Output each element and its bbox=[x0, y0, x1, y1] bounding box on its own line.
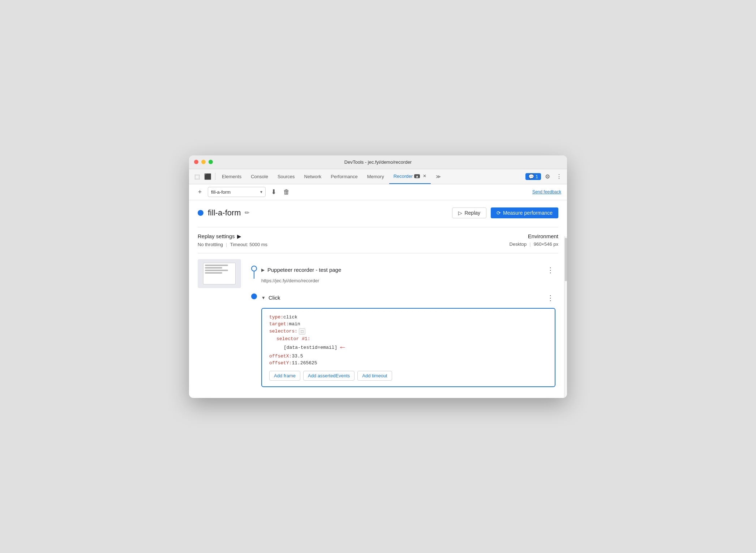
settings-sub: No throttling | Timeout: 5000 ms bbox=[198, 242, 510, 247]
close-button[interactable] bbox=[194, 160, 198, 164]
code-selector1-line: selector #1: bbox=[276, 336, 547, 342]
recorder-toolbar: + fill-a-form ▾ ⬇ 🗑 Send feedback bbox=[189, 184, 567, 200]
tab-elements[interactable]: Elements bbox=[218, 169, 246, 184]
thumb-line-1 bbox=[205, 265, 228, 266]
step-navigate-expand-icon: ▶ bbox=[261, 267, 265, 273]
environment-title: Environment bbox=[510, 233, 558, 239]
add-asserted-events-button[interactable]: Add assertedEvents bbox=[303, 371, 355, 381]
recording-title: fill-a-form bbox=[208, 208, 241, 218]
thumbnail-inner bbox=[203, 263, 236, 284]
settings-separator: | bbox=[226, 242, 227, 247]
devtools-tabbar: ⬚ ⬛ Elements Console Sources Network Per… bbox=[189, 169, 567, 184]
console-notification[interactable]: 💬 1 bbox=[525, 173, 541, 180]
env-separator: | bbox=[529, 241, 531, 247]
steps-area: ▶ Puppeteer recorder - test page ⋮ https… bbox=[198, 259, 558, 391]
environment-sub: Desktop | 960×546 px bbox=[510, 241, 558, 247]
replay-button[interactable]: ▷ Replay bbox=[452, 207, 486, 218]
console-icon: 💬 bbox=[528, 174, 534, 179]
step-navigate-menu[interactable]: ⋮ bbox=[547, 266, 554, 274]
tab-more[interactable]: ≫ bbox=[431, 169, 445, 184]
traffic-lights bbox=[194, 160, 213, 164]
environment-size: 960×546 px bbox=[534, 241, 558, 247]
page-thumbnail bbox=[198, 259, 241, 288]
close-tab-icon[interactable]: ✕ bbox=[423, 173, 426, 179]
step-click-expand-icon: ▼ bbox=[261, 295, 266, 300]
tab-recorder[interactable]: Recorder ▲ ✕ bbox=[389, 169, 431, 184]
titlebar: DevTools - jec.fyi/demo/recorder bbox=[189, 155, 567, 169]
measure-performance-button[interactable]: ⟳ Measure performance bbox=[491, 207, 558, 218]
step-click-title-row: ▼ Click bbox=[261, 295, 280, 301]
step-click: ▼ Click ⋮ type: click bbox=[247, 287, 558, 391]
settings-right: Environment Desktop | 960×546 px bbox=[510, 233, 558, 247]
code-offsetx-key: offsetX: bbox=[269, 353, 292, 359]
settings-icon[interactable]: ⚙ bbox=[542, 171, 553, 181]
thumb-line-2 bbox=[205, 267, 222, 269]
step-click-menu[interactable]: ⋮ bbox=[547, 293, 554, 302]
tab-memory[interactable]: Memory bbox=[363, 169, 388, 184]
tabbar-actions: 💬 1 ⚙ ⋮ bbox=[525, 171, 564, 181]
thumb-line-4 bbox=[205, 272, 222, 274]
step-line-col-2 bbox=[247, 287, 261, 299]
step-click-header[interactable]: ▼ Click ⋮ bbox=[261, 291, 558, 305]
add-frame-button[interactable]: Add frame bbox=[269, 371, 300, 381]
device-icon[interactable]: ⬛ bbox=[203, 171, 213, 181]
recording-status-dot bbox=[198, 210, 203, 216]
step-circle-2 bbox=[251, 293, 257, 299]
edit-title-icon[interactable]: ✏ bbox=[245, 209, 249, 216]
code-offsety-val: 11.265625 bbox=[292, 360, 317, 366]
play-icon: ▷ bbox=[458, 210, 462, 216]
steps-col: ▶ Puppeteer recorder - test page ⋮ https… bbox=[247, 259, 558, 391]
tab-console[interactable]: Console bbox=[246, 169, 272, 184]
step-circle-1 bbox=[251, 266, 257, 271]
export-recording-button[interactable]: ⬇ bbox=[269, 187, 279, 197]
timeout-value: Timeout: 5000 ms bbox=[230, 242, 267, 247]
recorder-badge: ▲ bbox=[414, 174, 420, 178]
code-selector1-key: selector #1: bbox=[276, 336, 310, 342]
code-type-val: click bbox=[283, 314, 297, 320]
step-vline-1 bbox=[254, 271, 254, 279]
step-click-content: ▼ Click ⋮ type: click bbox=[261, 287, 558, 391]
recording-selector[interactable]: fill-a-form ▾ bbox=[208, 187, 266, 197]
main-content: fill-a-form ✏ ▷ Replay ⟳ Measure perform… bbox=[189, 200, 567, 398]
tabbar-separator bbox=[215, 173, 215, 180]
send-feedback-link[interactable]: Send feedback bbox=[532, 189, 561, 194]
tab-performance[interactable]: Performance bbox=[326, 169, 362, 184]
code-selector-val-line: [data-testid=email] ← bbox=[284, 343, 547, 352]
add-recording-button[interactable]: + bbox=[195, 187, 205, 197]
add-timeout-button[interactable]: Add timeout bbox=[357, 371, 392, 381]
click-code-block: type: click target: main selectors: ⬚ bbox=[261, 308, 555, 387]
scrollbar-thumb[interactable] bbox=[565, 238, 567, 281]
tab-sources[interactable]: Sources bbox=[273, 169, 299, 184]
recording-actions: ▷ Replay ⟳ Measure performance bbox=[452, 207, 558, 218]
replay-settings-title[interactable]: Replay settings ▶ bbox=[198, 233, 510, 240]
step-navigate-header[interactable]: ▶ Puppeteer recorder - test page ⋮ bbox=[261, 263, 558, 277]
settings-row: Replay settings ▶ No throttling | Timeou… bbox=[198, 227, 558, 253]
step-navigate: ▶ Puppeteer recorder - test page ⋮ https… bbox=[247, 259, 558, 287]
throttling-value: No throttling bbox=[198, 242, 223, 247]
selector-icon[interactable]: ⬚ bbox=[299, 328, 305, 335]
settings-left: Replay settings ▶ No throttling | Timeou… bbox=[198, 233, 510, 247]
more-options-icon[interactable]: ⋮ bbox=[554, 171, 564, 181]
recording-header: fill-a-form ✏ ▷ Replay ⟳ Measure perform… bbox=[198, 207, 558, 218]
step-navigate-content: ▶ Puppeteer recorder - test page ⋮ https… bbox=[261, 259, 558, 287]
code-actions: Add frame Add assertedEvents Add timeout bbox=[269, 371, 547, 381]
step-navigate-title: Puppeteer recorder - test page bbox=[267, 267, 341, 273]
code-type-line: type: click bbox=[269, 314, 547, 320]
thumbnail-col bbox=[198, 259, 241, 391]
tab-network[interactable]: Network bbox=[300, 169, 326, 184]
maximize-button[interactable] bbox=[209, 160, 213, 164]
window-title: DevTools - jec.fyi/demo/recorder bbox=[344, 159, 412, 165]
red-arrow-icon: ← bbox=[340, 343, 345, 352]
thumb-line-3 bbox=[205, 270, 228, 271]
recording-name: fill-a-form bbox=[211, 189, 258, 195]
step-navigate-subtitle: https://jec.fyi/demo/recorder bbox=[261, 278, 558, 283]
scrollbar[interactable] bbox=[564, 236, 567, 398]
code-offsetx-val: 33.5 bbox=[292, 353, 303, 359]
step-click-title: Click bbox=[269, 295, 280, 301]
minimize-button[interactable] bbox=[201, 160, 206, 164]
inspect-icon[interactable]: ⬚ bbox=[192, 171, 202, 181]
code-selector-val: [data-testid=email] bbox=[284, 345, 337, 350]
code-offsety-key: offsetY: bbox=[269, 360, 292, 366]
delete-recording-button[interactable]: 🗑 bbox=[282, 187, 292, 197]
step-navigate-title-row: ▶ Puppeteer recorder - test page bbox=[261, 267, 341, 273]
